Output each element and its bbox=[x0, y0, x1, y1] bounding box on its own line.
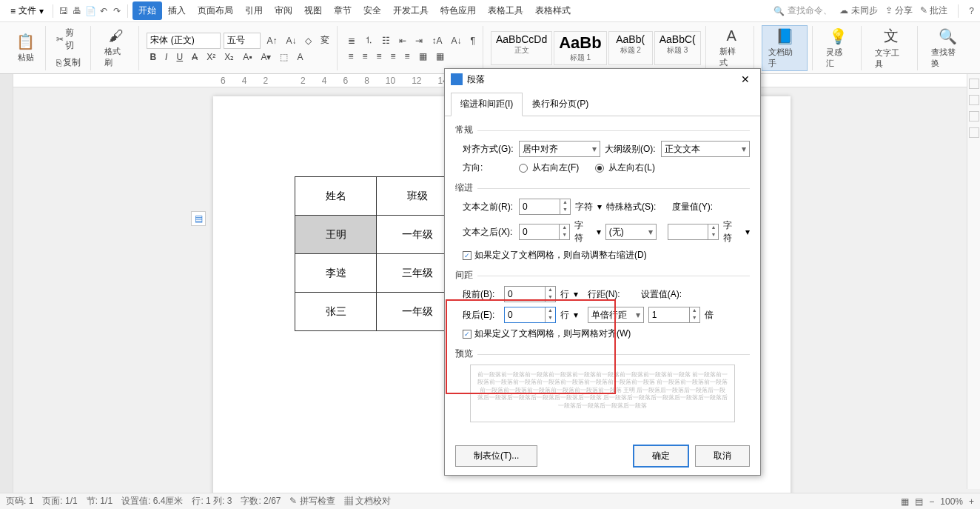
print-icon[interactable]: 🖶 bbox=[71, 5, 83, 17]
phonetic-icon[interactable]: 変 bbox=[318, 33, 332, 48]
redo-icon[interactable]: ↷ bbox=[111, 5, 123, 17]
save-icon[interactable]: 🖫 bbox=[58, 5, 70, 17]
menu-tab-0[interactable]: 开始 bbox=[132, 1, 162, 20]
preview-icon[interactable]: 📄 bbox=[84, 5, 96, 17]
underline-icon[interactable]: U bbox=[173, 50, 186, 64]
outline-combo[interactable]: 正文文本 bbox=[661, 141, 750, 157]
style-0[interactable]: AaBbCcDd正文 bbox=[491, 31, 552, 65]
menu-tab-6[interactable]: 章节 bbox=[328, 1, 358, 20]
table-cell[interactable]: 王明 bbox=[295, 216, 377, 254]
table-handle-icon[interactable]: ▤ bbox=[191, 211, 206, 226]
ok-button[interactable]: 确定 bbox=[633, 445, 689, 468]
tab-indent-spacing[interactable]: 缩进和间距(I) bbox=[451, 93, 523, 116]
superscript-icon[interactable]: X² bbox=[204, 50, 218, 64]
ltr-radio[interactable] bbox=[595, 164, 604, 173]
tab-line-break[interactable]: 换行和分页(P) bbox=[523, 93, 598, 116]
strike-icon[interactable]: A̶ bbox=[189, 50, 201, 64]
borders-icon[interactable]: ▦ bbox=[433, 50, 447, 63]
status-pages[interactable]: 页面: 1/1 bbox=[42, 495, 77, 508]
menu-tab-9[interactable]: 特色应用 bbox=[434, 1, 482, 20]
align-justify-icon[interactable]: ≡ bbox=[388, 50, 399, 63]
cut-button[interactable]: ✂ 剪切 bbox=[53, 25, 86, 53]
align-combo[interactable]: 居中对齐 bbox=[519, 141, 600, 157]
inspire-button[interactable]: 💡灵感汇 bbox=[820, 26, 856, 70]
rtl-radio[interactable] bbox=[519, 164, 528, 173]
numbering-icon[interactable]: ⒈ bbox=[361, 33, 376, 48]
tabstops-button[interactable]: 制表位(T)... bbox=[455, 445, 537, 467]
menu-tab-7[interactable]: 安全 bbox=[358, 1, 387, 20]
side-tool-3[interactable] bbox=[969, 111, 979, 122]
bullets-icon[interactable]: ≣ bbox=[345, 34, 358, 47]
side-tool-1[interactable] bbox=[969, 79, 979, 89]
status-doccheck[interactable]: ▦ 文档校对 bbox=[344, 495, 391, 508]
text-after-spin[interactable]: 0▲▼ bbox=[519, 224, 570, 240]
status-spell[interactable]: ✎ 拼写检查 bbox=[289, 495, 335, 508]
special-combo[interactable]: (无) bbox=[605, 224, 657, 240]
grow-font-icon[interactable]: A↑ bbox=[264, 34, 280, 47]
table-cell[interactable]: 张三 bbox=[295, 293, 377, 331]
linespacing-icon[interactable]: ↕A bbox=[429, 34, 445, 47]
size-selector[interactable]: 五号 bbox=[224, 33, 261, 49]
side-tool-4[interactable] bbox=[969, 127, 979, 138]
menu-tab-8[interactable]: 开发工具 bbox=[387, 1, 434, 20]
char-shade-icon[interactable]: A bbox=[294, 50, 306, 64]
showmarks-icon[interactable]: ¶ bbox=[468, 34, 478, 47]
menu-tab-11[interactable]: 表格样式 bbox=[529, 1, 577, 20]
command-search[interactable]: 🔍 查找命令、 bbox=[773, 4, 832, 17]
italic-icon[interactable]: I bbox=[162, 50, 170, 64]
cancel-button[interactable]: 取消 bbox=[695, 445, 750, 467]
status-section[interactable]: 节: 1/1 bbox=[87, 495, 113, 508]
line-spacing-combo[interactable]: 单倍行距 bbox=[588, 307, 644, 323]
close-icon[interactable]: ✕ bbox=[736, 72, 754, 87]
texttool-button[interactable]: 文文字工具 bbox=[869, 24, 913, 71]
copy-button[interactable]: ⎘ 复制 bbox=[53, 55, 84, 70]
bold-icon[interactable]: B bbox=[147, 50, 159, 64]
file-menu[interactable]: ≡ 文件 ▾ bbox=[6, 1, 48, 20]
style-3[interactable]: AaBbC(标题 3 bbox=[654, 31, 701, 65]
status-page[interactable]: 页码: 1 bbox=[6, 495, 33, 508]
char-border-icon[interactable]: ⬚ bbox=[277, 50, 291, 64]
shrink-font-icon[interactable]: A↓ bbox=[283, 34, 299, 47]
text-before-spin[interactable]: 0▲▼ bbox=[519, 199, 571, 215]
align-center-icon[interactable]: ≡ bbox=[359, 50, 370, 63]
clear-format-icon[interactable]: ◇ bbox=[302, 34, 315, 47]
measure-spin[interactable]: ▲▼ bbox=[668, 224, 719, 240]
multilevel-icon[interactable]: ☷ bbox=[379, 34, 393, 47]
data-table[interactable]: 姓名班级王明一年级李逵三年级张三一年级 bbox=[295, 176, 458, 331]
indent-dec-icon[interactable]: ⇤ bbox=[396, 34, 409, 47]
dochelp-button[interactable]: 📘文档助手 bbox=[762, 25, 808, 71]
help-icon[interactable]: ? bbox=[969, 6, 974, 16]
before-para-spin[interactable]: 0▲▼ bbox=[504, 286, 556, 302]
table-cell[interactable]: 李逵 bbox=[295, 254, 377, 293]
zoom-level[interactable]: 100% bbox=[940, 496, 963, 507]
dialog-titlebar[interactable]: 段落 ✕ bbox=[445, 69, 760, 90]
menu-tab-3[interactable]: 引用 bbox=[239, 1, 269, 20]
shading-icon[interactable]: ▦ bbox=[416, 50, 430, 63]
comment-button[interactable]: ✎ 批注 bbox=[920, 4, 947, 17]
menu-tab-4[interactable]: 审阅 bbox=[269, 1, 298, 20]
set-value-spin[interactable]: 1▲▼ bbox=[648, 307, 700, 323]
side-tool-2[interactable] bbox=[969, 95, 979, 105]
menu-tab-2[interactable]: 页面布局 bbox=[192, 1, 239, 20]
zoom-in-icon[interactable]: + bbox=[969, 496, 974, 507]
align-right-icon[interactable]: ≡ bbox=[374, 50, 385, 63]
subscript-icon[interactable]: X₂ bbox=[221, 50, 237, 64]
sync-status[interactable]: ☁ 未同步 bbox=[839, 4, 877, 17]
zoom-out-icon[interactable]: − bbox=[929, 496, 934, 507]
view-mode2-icon[interactable]: ▤ bbox=[915, 496, 923, 507]
table-cell[interactable]: 姓名 bbox=[295, 177, 377, 216]
status-setting[interactable]: 设置值: 6.4厘米 bbox=[121, 495, 183, 508]
indent-inc-icon[interactable]: ⇥ bbox=[412, 34, 426, 47]
menu-tab-5[interactable]: 视图 bbox=[298, 1, 328, 20]
menu-tab-1[interactable]: 插入 bbox=[162, 1, 192, 20]
style-2[interactable]: AaBb(标题 2 bbox=[608, 31, 653, 65]
status-position[interactable]: 行: 1 列: 3 bbox=[192, 495, 232, 508]
findreplace-button[interactable]: 🔍查找替换 bbox=[925, 26, 970, 70]
paste-button[interactable]: 📋粘贴 bbox=[10, 31, 41, 64]
indent-grid-check[interactable]: ✓ bbox=[463, 251, 471, 260]
format-painter[interactable]: 🖌格式刷 bbox=[98, 26, 135, 70]
font-selector[interactable]: 宋体 (正文) bbox=[147, 33, 221, 49]
distribute-icon[interactable]: ≡ bbox=[402, 50, 413, 63]
style-1[interactable]: AaBb标题 1 bbox=[554, 31, 606, 65]
spacing-grid-check[interactable]: ✓ bbox=[463, 330, 471, 339]
